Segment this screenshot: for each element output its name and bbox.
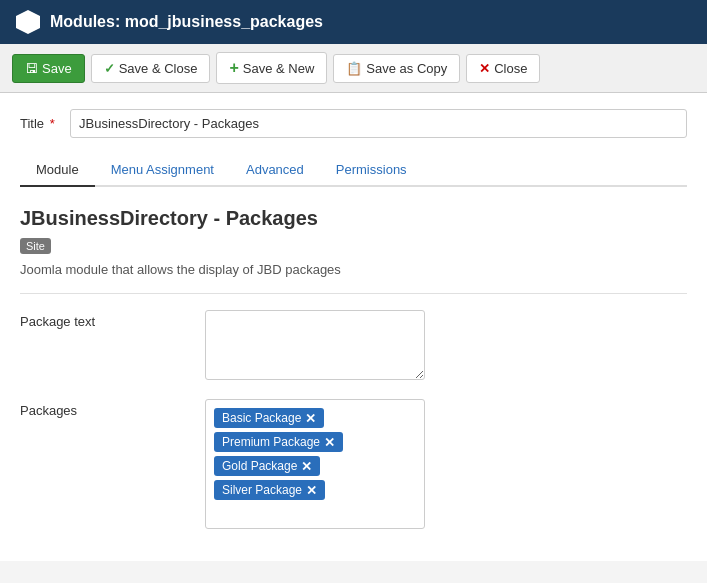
close-icon: ✕ <box>479 61 490 76</box>
tab-permissions[interactable]: Permissions <box>320 154 423 187</box>
page-header: Modules: mod_jbusiness_packages <box>0 0 707 44</box>
package-text-row: Package text <box>20 310 687 383</box>
page-title: Modules: mod_jbusiness_packages <box>50 13 323 31</box>
tab-menu-assignment[interactable]: Menu Assignment <box>95 154 230 187</box>
save-copy-button[interactable]: 📋 Save as Copy <box>333 54 460 83</box>
remove-premium-button[interactable]: ✕ <box>324 436 335 449</box>
list-item: Basic Package ✕ <box>212 406 418 430</box>
list-item: Silver Package ✕ <box>212 478 418 502</box>
remove-gold-button[interactable]: ✕ <box>301 460 312 473</box>
tab-module[interactable]: Module <box>20 154 95 187</box>
check-icon: ✓ <box>104 61 115 76</box>
remove-basic-button[interactable]: ✕ <box>305 412 316 425</box>
save-button[interactable]: 🖫 Save <box>12 54 85 83</box>
package-text-input[interactable] <box>205 310 425 380</box>
remove-silver-button[interactable]: ✕ <box>306 484 317 497</box>
packages-label: Packages <box>20 399 205 418</box>
tab-advanced[interactable]: Advanced <box>230 154 320 187</box>
packages-row: Packages Basic Package ✕ Premium Package… <box>20 399 687 529</box>
save-close-button[interactable]: ✓ Save & Close <box>91 54 211 83</box>
package-tag-basic: Basic Package ✕ <box>214 408 324 428</box>
close-button[interactable]: ✕ Close <box>466 54 540 83</box>
copy-icon: 📋 <box>346 61 362 76</box>
toolbar: 🖫 Save ✓ Save & Close + Save & New 📋 Sav… <box>0 44 707 93</box>
package-text-value <box>205 310 687 383</box>
package-tag-premium: Premium Package ✕ <box>214 432 343 452</box>
save-new-button[interactable]: + Save & New <box>216 52 327 84</box>
list-item: Gold Package ✕ <box>212 454 418 478</box>
module-title: JBusinessDirectory - Packages <box>20 207 687 230</box>
tab-bar: Module Menu Assignment Advanced Permissi… <box>20 154 687 187</box>
main-content: Title * Module Menu Assignment Advanced … <box>0 93 707 561</box>
list-item: Premium Package ✕ <box>212 430 418 454</box>
package-text-label: Package text <box>20 310 205 329</box>
save-icon: 🖫 <box>25 61 38 76</box>
module-tab-content: JBusinessDirectory - Packages Site Jooml… <box>20 207 687 529</box>
divider <box>20 293 687 294</box>
title-input[interactable] <box>70 109 687 138</box>
title-label: Title * <box>20 116 70 131</box>
packages-value: Basic Package ✕ Premium Package ✕ Gold P… <box>205 399 687 529</box>
plus-icon: + <box>229 59 238 77</box>
required-marker: * <box>50 116 55 131</box>
packages-box[interactable]: Basic Package ✕ Premium Package ✕ Gold P… <box>205 399 425 529</box>
package-tag-silver: Silver Package ✕ <box>214 480 325 500</box>
title-row: Title * <box>20 109 687 138</box>
module-icon <box>16 10 40 34</box>
package-tag-gold: Gold Package ✕ <box>214 456 320 476</box>
site-badge: Site <box>20 238 51 254</box>
module-description: Joomla module that allows the display of… <box>20 262 687 277</box>
